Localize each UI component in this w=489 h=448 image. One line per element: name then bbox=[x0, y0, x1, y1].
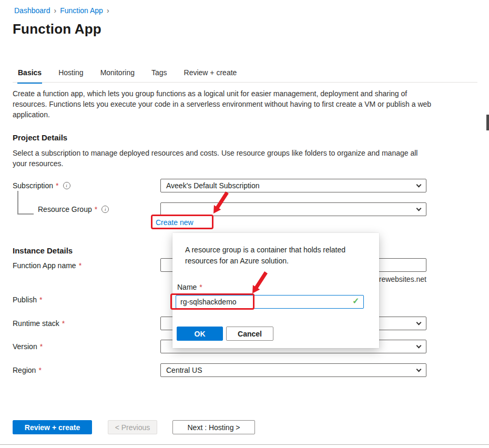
tab-basics[interactable]: Basics bbox=[17, 68, 42, 84]
chevron-down-icon bbox=[416, 206, 422, 211]
create-resource-group-popup: A resource group is a container that hol… bbox=[172, 233, 379, 348]
info-icon[interactable]: i bbox=[63, 182, 70, 189]
tab-bar: Basics Hosting Monitoring Tags Review + … bbox=[17, 68, 237, 84]
info-icon[interactable]: i bbox=[101, 206, 109, 213]
required-asterisk: * bbox=[79, 261, 82, 270]
chevron-down-icon bbox=[416, 343, 422, 348]
popup-name-label: Name* bbox=[177, 283, 202, 291]
previous-button[interactable]: < Previous bbox=[108, 420, 157, 434]
annotation-box-create-new bbox=[151, 215, 213, 229]
breadcrumb-function-app[interactable]: Function App bbox=[60, 6, 103, 15]
subscription-dropdown-value: Aveek's Default Subscription bbox=[166, 181, 260, 190]
function-app-name-label: Function App name* bbox=[13, 261, 82, 270]
review-create-button[interactable]: Review + create bbox=[13, 420, 92, 434]
resource-group-label: Resource Group* i bbox=[38, 205, 109, 213]
intro-text: Create a function app, which lets you gr… bbox=[13, 88, 440, 120]
breadcrumb-separator-icon: › bbox=[107, 6, 109, 15]
tab-monitoring[interactable]: Monitoring bbox=[100, 68, 135, 84]
required-asterisk: * bbox=[40, 342, 43, 351]
chevron-down-icon bbox=[416, 366, 422, 372]
ok-button[interactable]: OK bbox=[177, 327, 223, 341]
function-app-create-page: Dashboard › Function App › Function App … bbox=[0, 0, 489, 448]
valid-checkmark-icon: ✓ bbox=[352, 296, 359, 306]
next-hosting-button[interactable]: Next : Hosting > bbox=[172, 420, 255, 434]
project-details-description: Select a subscription to manage deployed… bbox=[13, 148, 433, 169]
popup-description: A resource group is a container that hol… bbox=[185, 245, 369, 267]
publish-label: Publish* bbox=[13, 296, 42, 304]
region-dropdown[interactable]: Central US bbox=[160, 363, 426, 377]
breadcrumb-separator-icon: › bbox=[54, 6, 57, 15]
annotation-arrow-create-new bbox=[208, 190, 231, 217]
subscription-label: Subscription* i bbox=[13, 181, 70, 190]
region-label: Region* bbox=[13, 366, 42, 374]
annotation-box-name-input bbox=[170, 293, 254, 310]
annotation-arrow-name-input bbox=[247, 270, 270, 297]
required-asterisk: * bbox=[56, 181, 58, 190]
chevron-down-icon bbox=[416, 320, 422, 325]
version-label: Version* bbox=[13, 342, 43, 351]
tab-hosting[interactable]: Hosting bbox=[58, 68, 84, 84]
required-asterisk: * bbox=[199, 283, 202, 291]
cancel-button[interactable]: Cancel bbox=[226, 327, 273, 341]
tab-divider bbox=[13, 82, 477, 83]
chevron-down-icon bbox=[416, 182, 422, 187]
breadcrumb: Dashboard › Function App › bbox=[14, 6, 109, 15]
tab-tags[interactable]: Tags bbox=[151, 68, 168, 84]
resource-group-connector-line bbox=[17, 191, 34, 215]
instance-details-heading: Instance Details bbox=[13, 246, 73, 255]
region-dropdown-value: Central US bbox=[166, 366, 202, 374]
required-asterisk: * bbox=[39, 296, 42, 304]
required-asterisk: * bbox=[95, 205, 97, 213]
subscription-dropdown[interactable]: Aveek's Default Subscription bbox=[160, 179, 426, 192]
breadcrumb-dashboard[interactable]: Dashboard bbox=[14, 6, 50, 15]
tab-review-create[interactable]: Review + create bbox=[184, 68, 238, 84]
required-asterisk: * bbox=[62, 319, 65, 328]
bottom-divider bbox=[0, 444, 489, 445]
scrollbar-thumb[interactable] bbox=[486, 115, 489, 130]
runtime-stack-label: Runtime stack* bbox=[13, 319, 65, 328]
project-details-heading: Project Details bbox=[13, 133, 67, 142]
page-title: Function App bbox=[13, 21, 101, 37]
required-asterisk: * bbox=[38, 366, 41, 374]
